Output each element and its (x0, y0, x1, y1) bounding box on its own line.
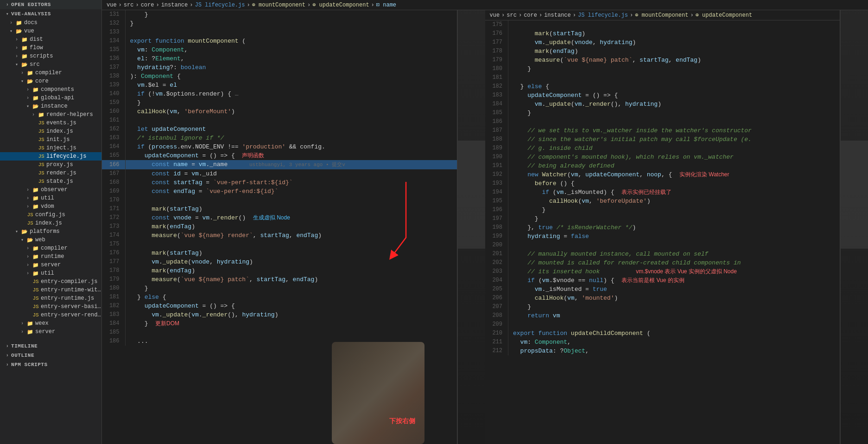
minimap-viewport[interactable] (458, 141, 485, 249)
right-minimap-viewport[interactable] (841, 141, 868, 249)
sidebar-item-state-js[interactable]: JS state.js (0, 177, 101, 186)
config-js-label: config.js (35, 212, 101, 218)
table-row: 186 (485, 117, 840, 126)
sidebar-item-global-api[interactable]: 📁 global-api (0, 94, 101, 102)
left-editor-panel: 131 } 132 } 133 134 (102, 10, 457, 444)
line-num: 200 (485, 241, 508, 250)
sidebar-item-render-helpers[interactable]: 📁 render-helpers (0, 110, 101, 119)
bc-vue[interactable]: vue (107, 2, 117, 8)
sidebar-item-weex[interactable]: 📁 weex (0, 319, 101, 328)
sidebar-item-src[interactable]: 📂 src (0, 60, 101, 69)
components-chevron (24, 87, 32, 92)
sidebar-item-scripts[interactable]: 📁 scripts (0, 52, 101, 60)
vue-chevron (7, 28, 15, 34)
sidebar-item-entry-compiler[interactable]: JS entry-compiler.js (0, 277, 101, 286)
sidebar-item-web-runtime[interactable]: 📁 runtime (0, 252, 101, 261)
sidebar-item-init-js[interactable]: JS init.js (0, 135, 101, 144)
sidebar-item-platforms[interactable]: 📂 platforms (0, 227, 101, 236)
vdom-chevron (24, 204, 32, 209)
rbc-core[interactable]: core (524, 12, 537, 19)
rbc-vue[interactable]: vue (490, 12, 500, 19)
sidebar-item-vdom[interactable]: 📁 vdom (0, 202, 101, 211)
table-row: 131 } (102, 10, 457, 19)
line-num: 176 (485, 29, 508, 38)
sidebar-item-web[interactable]: 📂 web (0, 236, 101, 244)
line-num: 177 (102, 257, 125, 266)
sidebar-item-web-compiler[interactable]: 📁 compiler (0, 244, 101, 252)
line-num: 133 (102, 28, 125, 37)
docs-label: docs (24, 19, 101, 26)
bc-src[interactable]: src (124, 2, 134, 8)
table-row: 206 callHook(vm, 'mounted') (485, 294, 840, 302)
sidebar-item-vue[interactable]: 📂 vue (0, 27, 101, 35)
sidebar-item-util[interactable]: 📁 util (0, 194, 101, 202)
sidebar-item-core[interactable]: 📂 core (0, 77, 101, 85)
sidebar-item-proxy-js[interactable]: JS proxy.js (0, 161, 101, 169)
sidebar-item-index-js[interactable]: JS index.js (0, 127, 101, 135)
sidebar-item-components[interactable]: 📁 components (0, 85, 101, 94)
sidebar-item-compiler[interactable]: 📁 compiler (0, 69, 101, 77)
rbc-lifecycle-js[interactable]: JS lifecycle.js (578, 12, 628, 19)
sidebar-item-dist[interactable]: 📁 dist (0, 35, 101, 44)
table-row: 199 hydrating = false (485, 232, 840, 241)
table-row: 208 return vm (485, 311, 840, 320)
sidebar-item-lifecycle-js[interactable]: JS lifecycle.js (0, 152, 101, 161)
entry-rt-compiler-icon: JS (32, 287, 40, 293)
sidebar-item-web-util[interactable]: 📁 util (0, 269, 101, 277)
sidebar-item-inject-js[interactable]: JS inject.js (0, 144, 101, 152)
table-row: 188 // since the watcher's initial patch… (485, 135, 840, 144)
main-editor: vue › src › core › instance › JS lifecyc… (102, 0, 868, 444)
line-code: const name = vm._name ustbhuangyi, 3 yea… (125, 160, 457, 169)
sidebar-item-events-js[interactable]: JS events.js (0, 119, 101, 127)
bc-mount-component[interactable]: ⊕ mountComponent (252, 1, 305, 8)
table-row: 182 updateComponent = () => { (102, 302, 457, 310)
web-server-chevron (24, 263, 32, 268)
timeline-section[interactable]: TIMELINE (0, 341, 101, 351)
npm-scripts-section[interactable]: NPM SCRIPTS (0, 360, 101, 369)
bc-instance[interactable]: instance (161, 2, 188, 8)
outline-section[interactable]: OUTLINE (0, 351, 101, 360)
sidebar-item-docs[interactable]: 📁 docs (0, 19, 101, 27)
bc-lifecycle-js[interactable]: JS lifecycle.js (195, 2, 245, 8)
rbc-update-component[interactable]: ⊕ updateComponent (696, 12, 752, 19)
table-row: 195 callHook(vm, 'beforeUpdate') (485, 197, 840, 206)
server-label: server (35, 328, 101, 335)
line-num: 172 (102, 213, 125, 222)
table-row: 140 if (!vm.$options.render) { … (102, 90, 457, 98)
sidebar-item-entry-runtime[interactable]: JS entry-runtime.js (0, 294, 101, 302)
line-num: 175 (485, 20, 508, 29)
sidebar-item-render-js[interactable]: JS render.js (0, 169, 101, 177)
sidebar-item-entry-server-basic[interactable]: JS entry-server-basic-renderer.js (0, 302, 101, 311)
rbc-instance[interactable]: instance (544, 12, 571, 19)
bc-core[interactable]: core (141, 2, 154, 8)
line-num: 170 (102, 196, 125, 205)
vue-analysis-section[interactable]: VUE-ANALYSIS (0, 9, 101, 19)
rbc-src[interactable]: src (507, 12, 517, 19)
left-editor-scroll[interactable]: 131 } 132 } 133 134 (102, 10, 457, 444)
line-code: return vm (508, 311, 840, 320)
entry-server-renderer-icon: JS (32, 312, 40, 318)
sidebar-item-observer[interactable]: 📁 observer (0, 186, 101, 194)
line-code: propsData: ?Object, (508, 347, 840, 355)
open-editors-section[interactable]: OPEN EDITORS (0, 0, 101, 9)
right-editor-panel: vue › src › core › instance › JS lifecyc… (485, 10, 841, 444)
bc-update-component[interactable]: ⊕ updateComponent (312, 1, 369, 8)
line-num: 177 (485, 38, 508, 47)
line-num: 184 (102, 319, 125, 328)
sidebar-item-entry-runtime-compiler[interactable]: JS entry-runtime-with-compiler.js (0, 286, 101, 294)
line-code: if (!vm.$options.render) { … (125, 90, 457, 98)
bc-name[interactable]: ⊡ name (376, 1, 396, 8)
sidebar-item-flow[interactable]: 📁 flow (0, 44, 101, 52)
rbc-mount-component[interactable]: ⊕ mountComponent (635, 12, 688, 19)
sidebar-item-config-js[interactable]: JS config.js (0, 211, 101, 219)
line-num: 207 (485, 302, 508, 311)
line-num: 131 (102, 10, 125, 19)
table-row: 200 (485, 241, 840, 250)
sidebar-item-index-js2[interactable]: JS index.js (0, 219, 101, 227)
right-editor-scroll[interactable]: 175 176 mark(startTag) 177 vm._update(vn… (485, 20, 840, 444)
sidebar-item-server[interactable]: 📁 server (0, 328, 101, 336)
sidebar-item-entry-server-renderer[interactable]: JS entry-server-renderer.js (0, 311, 101, 319)
sidebar-item-web-server[interactable]: 📁 server (0, 261, 101, 269)
table-row: 197 } (485, 214, 840, 223)
sidebar-item-instance[interactable]: 📂 instance (0, 102, 101, 110)
